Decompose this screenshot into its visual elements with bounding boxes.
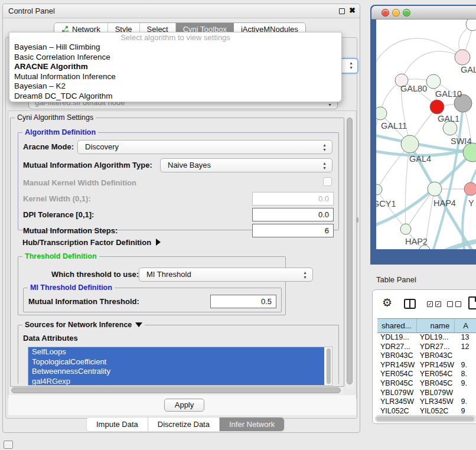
unselect-all-checks-icon[interactable] [447, 301, 461, 307]
group-title: Threshold Definition [22, 252, 99, 260]
network-canvas[interactable]: GALGAL80GAL10GAL1SWI4GAL11GAL4GCY1HAP4YH… [376, 19, 476, 249]
table-row[interactable]: YIL052CYIL052C9 [377, 407, 476, 416]
table-row[interactable]: YBR045CYBR045C9. [377, 379, 476, 389]
table-row[interactable]: YDR27...YDR27...12 [377, 343, 476, 352]
table-horizontal-scrollbar[interactable] [375, 415, 476, 422]
table-row[interactable]: YBR043CYBR043C [377, 351, 476, 361]
table-row[interactable]: YER054CYER054C8. [377, 370, 476, 379]
table-column-header[interactable]: name [417, 319, 455, 332]
collapsed-panel-icon[interactable] [4, 441, 13, 449]
stepper-icon [322, 161, 327, 171]
network-node[interactable] [376, 184, 382, 195]
which-threshold-value: MI Threshold [146, 270, 191, 279]
network-view-window: GALGAL80GAL10GAL1SWI4GAL11GAL4GCY1HAP4YH… [370, 5, 476, 265]
table-row[interactable]: YPR145WYPR145W9. [377, 361, 476, 370]
table-panel-title: Table Panel [376, 275, 416, 284]
node-label: GCY1 [376, 199, 396, 208]
attribute-list-item[interactable]: TopologicalCoefficient [28, 357, 324, 367]
attribute-list-item[interactable]: SelfLoops [28, 347, 324, 357]
panel-splitter-handle[interactable] [356, 217, 358, 223]
node-label: GAL4 [409, 154, 431, 164]
node-label: Y [468, 198, 474, 208]
table-cell: YBL079W [417, 389, 455, 398]
table-cell: YLR345W [377, 397, 417, 407]
table-row[interactable]: YDL19...YDL19...13 [377, 333, 476, 343]
table-cell: YLR345W [417, 397, 455, 407]
new-table-icon[interactable] [468, 296, 476, 309]
hub-section-toggle[interactable]: Hub/Transcription Factor Definition [22, 238, 161, 247]
network-node[interactable] [430, 100, 444, 114]
network-node[interactable] [455, 50, 470, 65]
network-graph: GALGAL80GAL10GAL1SWI4GAL11GAL4GCY1HAP4YH… [376, 19, 476, 249]
control-panel: Control Panel ✖ NetworkStyleSelectCyni T… [2, 4, 360, 433]
mi-threshold-input[interactable] [210, 295, 276, 308]
node-label: GAL10 [435, 89, 462, 99]
algorithm-option[interactable]: Basic Correlation Inference [9, 53, 341, 63]
table-column-header[interactable]: shared... [377, 319, 417, 332]
panel-title: Control Panel [8, 6, 55, 15]
table-cell: YPR145W [417, 361, 455, 370]
table-cell: YER054C [417, 370, 455, 379]
algorithm-option[interactable]: Dream8 DC_TDC Algorithm [9, 92, 341, 102]
table-row[interactable]: YBL079WYBL079W [377, 389, 476, 398]
table-cell: 12 [455, 343, 476, 352]
close-traffic-light-icon[interactable] [382, 9, 389, 17]
sources-group-toggle[interactable]: Sources for Network Inference [22, 321, 145, 329]
data-attributes-list[interactable]: SelfLoopsTopologicalCoefficientBetweenne… [28, 347, 332, 386]
which-threshold-combobox[interactable]: MI Threshold [139, 268, 313, 282]
close-icon[interactable]: ✖ [349, 6, 356, 15]
stepper-icon [322, 143, 327, 152]
aracne-mode-combobox[interactable]: Discovery [77, 140, 332, 154]
network-node[interactable] [426, 74, 441, 89]
table-cell: 9. [455, 379, 476, 389]
mi-steps-label: Mutual Information Steps: [23, 226, 118, 235]
network-node[interactable] [464, 182, 476, 195]
algorithm-option[interactable]: Bayesian – Hill Climbing [9, 43, 341, 53]
network-node[interactable] [401, 135, 419, 153]
tab-impute-data[interactable]: Impute Data [87, 418, 148, 431]
kernel-width-input[interactable] [252, 192, 334, 206]
horizontal-scrollbar[interactable] [10, 387, 344, 394]
network-edge[interactable] [406, 189, 435, 229]
tab-infer-network[interactable]: Infer Network [220, 418, 284, 431]
attribute-list-item[interactable]: gal4RGexp [28, 377, 324, 386]
gear-icon[interactable]: ⚙ [382, 296, 392, 309]
table-panel: ⚙ ✓✓ shared...nameA YDL19...YDL19...13YD… [372, 289, 476, 424]
network-node[interactable] [400, 224, 411, 234]
sources-group: Sources for Network Inference Data Attri… [18, 325, 339, 384]
apply-button[interactable]: Apply [164, 399, 204, 412]
network-node[interactable] [376, 107, 387, 120]
list-scrollbar[interactable] [326, 348, 331, 384]
minimize-traffic-light-icon[interactable] [392, 9, 400, 17]
split-columns-icon[interactable] [404, 299, 416, 309]
node-table[interactable]: shared...nameA YDL19...YDL19...13YDR27..… [377, 318, 476, 416]
kernel-width-label: Kernel Width (0,1): [23, 194, 91, 203]
mi-steps-input[interactable] [252, 224, 334, 237]
data-attributes-label: Data Attributes [23, 334, 78, 343]
float-window-icon[interactable] [339, 8, 345, 14]
tab-discretize-data[interactable]: Discretize Data [148, 418, 220, 431]
table-column-header[interactable]: A [455, 319, 476, 332]
dpi-tolerance-label: DPI Tolerance [0,1]: [23, 210, 94, 219]
mi-type-combobox[interactable]: Naive Bayes [160, 158, 332, 172]
table-cell: YDR27... [377, 343, 417, 352]
manual-kernel-checkbox[interactable] [323, 177, 332, 186]
select-all-checks-icon[interactable]: ✓✓ [427, 301, 441, 307]
algorithm-option[interactable]: ARACNE Algorithm [9, 62, 341, 72]
algorithm-option[interactable]: Mutual Information Inference [9, 72, 341, 82]
algorithm-placeholder: Select algorithm to view settings [9, 32, 341, 43]
table-cell [455, 389, 476, 398]
algorithm-option[interactable]: Bayesian – K2 [9, 81, 341, 92]
vertical-scrollbar[interactable] [345, 112, 354, 389]
attribute-list-item[interactable]: BetweennessCentrality [28, 367, 324, 377]
node-label: GAL80 [400, 84, 427, 93]
network-node[interactable] [428, 182, 442, 196]
sources-title: Sources for Network Inference [25, 321, 132, 329]
network-node[interactable] [466, 19, 476, 31]
which-threshold-label: Which threshold to use: [51, 270, 139, 279]
network-window-titlebar[interactable] [371, 6, 476, 19]
zoom-traffic-light-icon[interactable] [403, 9, 410, 17]
table-row[interactable]: YLR345WYLR345W9. [377, 397, 476, 407]
threshold-definition-group: Threshold Definition Which threshold to … [18, 256, 286, 315]
dpi-tolerance-input[interactable] [252, 208, 334, 221]
